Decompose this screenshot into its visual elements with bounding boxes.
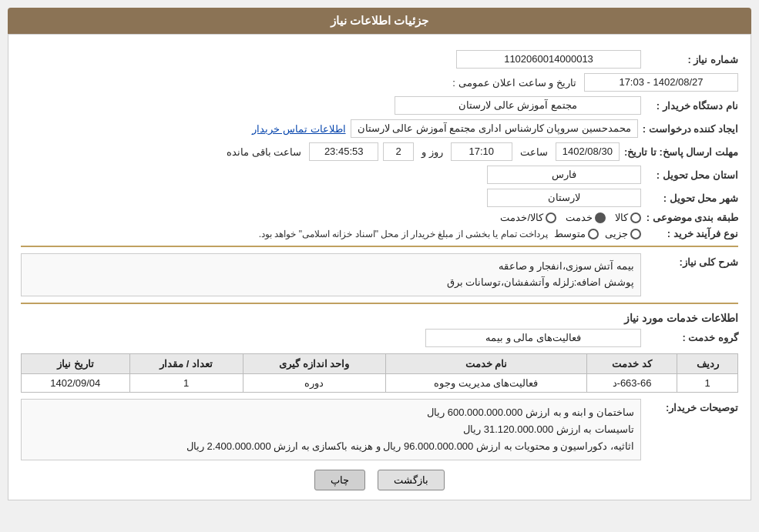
grouhKhadamat-value: فعالیت‌های مالی و بیمه — [425, 329, 641, 347]
tabaqe-kala-khadamat[interactable]: کالا/خدمت — [500, 212, 556, 223]
rouz-value: 2 — [383, 142, 414, 161]
shomareNiaz-label: شماره نیاز : — [646, 54, 738, 65]
farayand-jozii-radio — [630, 229, 641, 239]
sharhKolli-label: شرح کلی نیاز: — [646, 253, 738, 268]
farayand-motavasset-radio — [588, 229, 599, 239]
ijadKonande-value: محمدحسین سروپان کارشناس اداری مجتمع آموز… — [351, 119, 638, 138]
shahr-value: لارستان — [487, 189, 641, 207]
saat-value: 17:10 — [451, 142, 512, 161]
tabaqe-khadamat-text: خدمت — [566, 212, 593, 223]
bazgasht-button[interactable]: بازگشت — [378, 470, 445, 490]
tarikh-elan-value: 1402/08/27 - 17:03 — [584, 73, 738, 92]
tabaqe-label: طبقه بندی موضوعی : — [646, 212, 738, 223]
rouz-label: روز و — [421, 146, 443, 158]
grouhKhadamat-label: گروه خدمت : — [646, 332, 738, 343]
mande-label: ساعت باقی مانده — [227, 146, 301, 158]
farayand-motavasset-text: متوسط — [554, 228, 586, 239]
cell-nam: فعالیت‌های مدیریت وجوه — [385, 373, 586, 392]
namDastgah-label: نام دستگاه خریدار : — [646, 100, 738, 112]
tabaqe-kala-radio — [630, 212, 641, 223]
cell-radif: 1 — [677, 373, 738, 392]
date-value: 1402/08/30 — [556, 142, 620, 161]
tabaqe-kala-text: کالا — [615, 212, 628, 223]
tosif-label: توصیحات خریدار: — [646, 399, 738, 413]
ostan-value: فارس — [487, 166, 641, 184]
chap-button[interactable]: چاپ — [314, 470, 365, 490]
ostan-label: استان محل تحویل : — [646, 169, 738, 181]
cell-tedad: 1 — [129, 373, 243, 392]
table-row: 1 663-66-د فعالیت‌های مدیریت وجوه دوره 1… — [22, 373, 738, 392]
tabaqe-khadamat[interactable]: خدمت — [566, 212, 606, 223]
col-vahed: واحد اندازه گیری — [243, 353, 385, 373]
tabaqe-kala-khadamat-radio — [546, 212, 556, 223]
farayand-note: پرداخت تمام یا بخشی از مبلغ خریدار از مح… — [259, 229, 548, 239]
col-nam: نام خدمت — [385, 353, 586, 373]
mande-value: 23:45:53 — [309, 142, 378, 161]
sharhKolli-value: بیمه آتش سوزی،انفجار و صاعقهپوشش اضافه:ز… — [21, 253, 641, 296]
tabaqe-khadamat-radio — [595, 212, 606, 223]
page-header: جزئیات اطلاعات نیاز — [8, 8, 751, 34]
shomareNiaz-value: 1102060014000013 — [456, 50, 641, 69]
tabaqe-kala-khadamat-text: کالا/خدمت — [500, 212, 543, 223]
services-table: ردیف کد خدمت نام خدمت واحد اندازه گیری ت… — [21, 353, 738, 393]
col-tedad: تعداد / مقدار — [129, 353, 243, 373]
cell-tarikh: 1402/09/04 — [22, 373, 130, 392]
cell-vahed: دوره — [243, 373, 385, 392]
farayand-jozii-text: جزیی — [605, 228, 628, 239]
saat-label: ساعت — [520, 146, 548, 158]
ettelaatTamas-link[interactable]: اطلاعات تماس خریدار — [252, 123, 345, 135]
namDastgah-value: مجتمع آموزش عالی لارستان — [395, 96, 641, 115]
col-tarikh: تاریخ نیاز — [22, 353, 130, 373]
farayand-motavasset[interactable]: متوسط — [554, 228, 599, 239]
navFarayand-label: نوع فرآیند خرید : — [646, 228, 738, 239]
farayand-jozii[interactable]: جزیی — [605, 228, 641, 239]
cell-kod: 663-66-د — [586, 373, 677, 392]
tabaqe-kala[interactable]: کالا — [615, 212, 641, 223]
col-kod: کد خدمت — [586, 353, 677, 373]
ettelaatKhadamat-title: اطلاعات خدمات مورد نیاز — [21, 312, 738, 324]
shahr-label: شهر محل تحویل : — [646, 192, 738, 204]
buttons-row: بازگشت چاپ — [21, 470, 738, 490]
tosif-value: ساختمان و ابنه و به ارزش 600.000.000.000… — [21, 399, 641, 460]
col-radif: ردیف — [677, 353, 738, 373]
mohlatErsal-label: مهلت ارسال پاسخ: تا تاریخ: — [624, 146, 738, 158]
ijadKonande-label: ایجاد کننده درخواست : — [643, 123, 738, 135]
tarikh-elan-label: تاریخ و ساعت اعلان عمومی : — [452, 77, 576, 89]
